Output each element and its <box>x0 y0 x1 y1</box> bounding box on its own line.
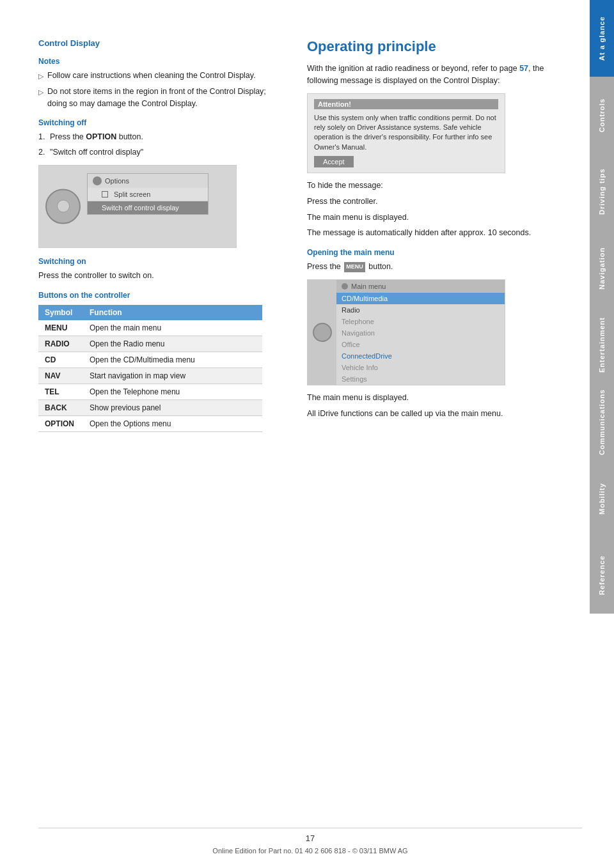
menu-list-item: ConnectedDrive <box>336 350 505 362</box>
symbol-cell: NAV <box>38 368 83 384</box>
sidebar-tab-navigation[interactable]: Navigation <box>590 230 614 307</box>
page-number: 17 <box>38 833 582 843</box>
switching-off-heading: Switching off <box>38 118 281 127</box>
footer-text: Online Edition for Part no. 01 40 2 606 … <box>212 847 407 855</box>
press-menu-text: Press the MENU button. <box>307 261 550 273</box>
function-cell: Open the main menu <box>83 320 262 336</box>
function-cell: Open the CD/Multimedia menu <box>83 352 262 368</box>
step-1: 1. Press the OPTION button. <box>38 131 281 143</box>
option-bold: OPTION <box>86 132 116 141</box>
all-idrive-text: All iDrive functions can be called up vi… <box>307 408 550 420</box>
col-function: Function <box>83 305 262 320</box>
hide-step-2: The main menu is displayed. <box>307 212 550 224</box>
knob-area <box>308 280 336 385</box>
table-row: OPTIONOpen the Options menu <box>38 415 262 431</box>
step-2: 2. "Switch off control display" <box>38 146 281 159</box>
buttons-table: Symbol Function MENUOpen the main menuRA… <box>38 305 262 432</box>
sidebar: At a glance Controls Driving tips Naviga… <box>590 0 614 868</box>
section-title-control-display: Control Display <box>38 38 281 48</box>
table-row: NAVStart navigation in map view <box>38 368 262 384</box>
function-cell: Open the Options menu <box>83 415 262 431</box>
accept-button: Accept <box>314 156 354 167</box>
menu-list-item: CD/Multimedia <box>336 293 505 304</box>
attention-screenshot: Attention! Use this system only when tra… <box>307 93 505 174</box>
notes-heading: Notes <box>38 57 281 66</box>
function-cell: Show previous panel <box>83 399 262 415</box>
bullet-arrow-1: ▷ <box>38 71 43 82</box>
opening-menu-heading: Opening the main menu <box>307 248 550 257</box>
main-menu-screenshot: Main menu CD/MultimediaRadioTelephoneNav… <box>307 279 505 385</box>
attention-text: Use this system only when traffic condit… <box>314 113 498 153</box>
switching-on-text: Press the controller to switch on. <box>38 270 281 282</box>
step-number-2: 2. <box>38 146 50 159</box>
function-cell: Start navigation in map view <box>83 368 262 384</box>
menu-list-item: Radio <box>336 304 505 316</box>
knob-circle <box>313 323 332 342</box>
split-screen-item: Split screen <box>88 188 208 201</box>
main-menu-header-label: Main menu <box>351 283 386 290</box>
menu-icon: MENU <box>344 262 365 272</box>
sidebar-tab-driving[interactable]: Driving tips <box>590 153 614 230</box>
symbol-cell: TEL <box>38 384 83 399</box>
table-row: RADIOOpen the Radio menu <box>38 336 262 352</box>
step-2-text: "Switch off control display" <box>50 146 143 159</box>
attention-header: Attention! <box>314 99 498 109</box>
symbol-cell: OPTION <box>38 415 83 431</box>
buttons-heading: Buttons on the controller <box>38 291 281 300</box>
menu-list-item: Navigation <box>336 327 505 339</box>
function-cell: Open the Telephone menu <box>83 384 262 399</box>
menu-list-item: Settings <box>336 373 505 385</box>
intro-text: With the ignition at radio readiness or … <box>307 63 550 87</box>
table-row: CDOpen the CD/Multimedia menu <box>38 352 262 368</box>
table-row: TELOpen the Telephone menu <box>38 384 262 399</box>
menu-list-item: Vehicle Info <box>336 362 505 373</box>
hide-step-1: Press the controller. <box>307 196 550 208</box>
switch-off-item: Switch off control display <box>88 201 208 214</box>
sidebar-tab-reference[interactable]: Reference <box>590 537 614 614</box>
switching-on-heading: Switching on <box>38 257 281 266</box>
hide-step-3: The message is automatically hidden afte… <box>307 227 550 239</box>
options-header: Options <box>88 174 208 188</box>
main-menu-header-row: Main menu <box>336 280 505 293</box>
sidebar-tab-at-glance[interactable]: At a glance <box>590 0 614 77</box>
sidebar-tab-communications[interactable]: Communications <box>590 384 614 460</box>
col-symbol: Symbol <box>38 305 83 320</box>
options-screenshot: Options Split screen Switch off control … <box>38 165 237 248</box>
function-cell: Open the Radio menu <box>83 336 262 352</box>
main-menu-displayed: The main menu is displayed. <box>307 392 550 404</box>
hide-message-label: To hide the message: <box>307 180 550 192</box>
symbol-cell: BACK <box>38 399 83 415</box>
step-number-1: 1. <box>38 131 50 143</box>
note-item-1: ▷ Follow care instructions when cleaning… <box>38 70 281 82</box>
bullet-arrow-2: ▷ <box>38 87 43 110</box>
sidebar-tab-controls[interactable]: Controls <box>590 77 614 153</box>
symbol-cell: RADIO <box>38 336 83 352</box>
symbol-cell: CD <box>38 352 83 368</box>
note-item-2: ▷ Do not store items in the region in fr… <box>38 86 281 110</box>
menu-list-item: Office <box>336 339 505 350</box>
sidebar-tab-entertainment[interactable]: Entertainment <box>590 307 614 384</box>
sidebar-tab-mobility[interactable]: Mobility <box>590 460 614 537</box>
table-row: BACKShow previous panel <box>38 399 262 415</box>
symbol-cell: MENU <box>38 320 83 336</box>
menu-list-item: Telephone <box>336 316 505 327</box>
table-row: MENUOpen the main menu <box>38 320 262 336</box>
menu-list: Main menu CD/MultimediaRadioTelephoneNav… <box>336 280 505 385</box>
operating-principle-heading: Operating principle <box>307 38 550 55</box>
footer: 17 Online Edition for Part no. 01 40 2 6… <box>38 828 582 855</box>
